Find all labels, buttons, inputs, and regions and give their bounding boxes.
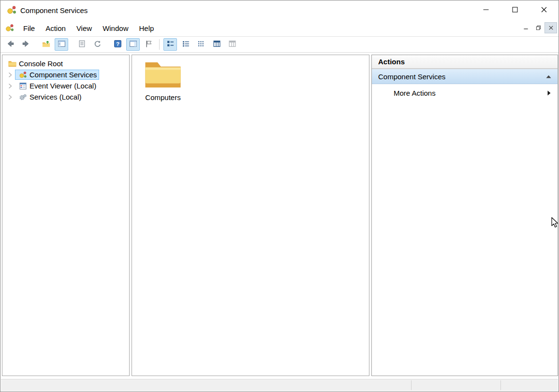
- details-view-icon: [213, 40, 221, 50]
- main-content: Console Root: [0, 53, 559, 376]
- forward-button[interactable]: [19, 38, 32, 51]
- actions-section-label: Component Services: [378, 73, 445, 81]
- maximize-button[interactable]: [500, 0, 530, 20]
- up-one-level-button[interactable]: [39, 38, 53, 51]
- actions-pane: Actions Component Services More Actions: [371, 55, 558, 376]
- tree-item-services[interactable]: Services (Local): [2, 91, 129, 102]
- show-console-tree-icon: [58, 40, 66, 50]
- mdi-restore-button[interactable]: [532, 22, 544, 33]
- list-view-icon: [197, 40, 206, 50]
- export-list-button[interactable]: [75, 38, 88, 51]
- taskpad-flag-button[interactable]: [142, 38, 155, 51]
- menu-item-action[interactable]: Action: [40, 21, 71, 36]
- show-action-pane-button[interactable]: [126, 38, 140, 51]
- app-window: Component Services File Action: [0, 0, 559, 392]
- menu-item-help[interactable]: Help: [133, 21, 159, 36]
- show-console-tree-button[interactable]: [55, 38, 68, 51]
- tree-item-component-services[interactable]: Component Services: [2, 69, 129, 80]
- tree-item-label: Services (Local): [29, 93, 82, 101]
- tree-item-label: Event Viewer (Local): [29, 82, 96, 90]
- chevron-right-icon[interactable]: [8, 83, 15, 89]
- large-icons-view-icon: [166, 40, 175, 50]
- component-services-icon: [19, 71, 27, 79]
- more-actions-item[interactable]: More Actions: [372, 84, 558, 102]
- event-viewer-icon: [19, 82, 27, 90]
- up-one-level-icon: [42, 40, 50, 50]
- folder-icon: [8, 60, 16, 68]
- refresh-button[interactable]: [90, 38, 104, 51]
- close-button[interactable]: [530, 0, 559, 20]
- taskpad-flag-icon: [145, 40, 153, 50]
- component-services-icon: [5, 24, 14, 32]
- collapse-up-icon[interactable]: [546, 75, 551, 78]
- list-view-button[interactable]: [194, 38, 208, 51]
- large-icons-view-button[interactable]: [163, 38, 177, 51]
- close-icon: [541, 6, 547, 15]
- menu-item-view[interactable]: View: [71, 21, 97, 36]
- toolbar: ?: [0, 37, 559, 53]
- small-icons-view-icon: [182, 40, 190, 50]
- menu-bar: File Action View Window Help: [0, 20, 559, 37]
- mdi-minimize-button[interactable]: [519, 22, 532, 33]
- folder-icon: [144, 59, 182, 91]
- list-item-label: Computers: [144, 93, 182, 102]
- help-icon: ?: [114, 40, 122, 50]
- small-icons-view-button[interactable]: [179, 38, 192, 51]
- maximize-icon: [512, 6, 518, 15]
- chevron-right-icon[interactable]: [8, 94, 15, 101]
- mdi-window-controls: [519, 22, 557, 33]
- services-gear-icon: [19, 93, 27, 101]
- refresh-icon: [93, 40, 102, 50]
- tree-row-content: Services (Local): [15, 92, 84, 102]
- title-bar: Component Services: [0, 0, 559, 20]
- menu-item-window[interactable]: Window: [97, 21, 133, 36]
- component-services-icon: [7, 5, 16, 15]
- minimize-button[interactable]: [471, 0, 500, 20]
- window-title: Component Services: [20, 6, 88, 15]
- details-view-button[interactable]: [210, 38, 223, 51]
- chevron-right-icon[interactable]: [8, 72, 15, 78]
- statusbar-separator: [411, 380, 412, 390]
- console-tree: Console Root: [2, 55, 129, 102]
- customize-view-button[interactable]: [225, 38, 239, 51]
- svg-text:?: ?: [116, 40, 119, 46]
- window-controls: [471, 0, 559, 20]
- tree-item-label: Console Root: [19, 59, 63, 68]
- more-actions-label: More Actions: [394, 89, 436, 97]
- show-action-pane-icon: [129, 40, 137, 50]
- actions-pane-title: Actions: [372, 55, 558, 69]
- toolbar-separator: [159, 39, 160, 50]
- results-pane: Computers: [132, 55, 369, 376]
- status-bar: [1, 379, 558, 391]
- tree-selection: Component Services: [15, 70, 99, 79]
- minimize-icon: [523, 24, 529, 32]
- help-button[interactable]: ?: [111, 38, 124, 51]
- actions-section-header[interactable]: Component Services: [372, 69, 558, 84]
- tree-item-event-viewer[interactable]: Event Viewer (Local): [2, 80, 129, 91]
- back-button[interactable]: [3, 38, 17, 51]
- mdi-close-button[interactable]: [544, 22, 557, 33]
- list-item-computers[interactable]: Computers: [144, 59, 182, 102]
- close-icon: [548, 24, 554, 32]
- tree-row-content: Event Viewer (Local): [15, 81, 98, 90]
- back-icon: [6, 40, 15, 50]
- minimize-icon: [483, 6, 489, 15]
- forward-icon: [22, 40, 30, 50]
- restore-icon: [536, 24, 541, 32]
- console-tree-pane: Console Root: [2, 55, 130, 376]
- statusbar-separator: [500, 380, 501, 390]
- chevron-right-filled-icon: [547, 90, 551, 96]
- tree-item-label: Component Services: [29, 71, 97, 79]
- tree-item-console-root[interactable]: Console Root: [2, 58, 129, 69]
- customize-view-icon: [228, 40, 236, 50]
- export-list-icon: [78, 40, 86, 50]
- menu-item-file[interactable]: File: [18, 21, 40, 36]
